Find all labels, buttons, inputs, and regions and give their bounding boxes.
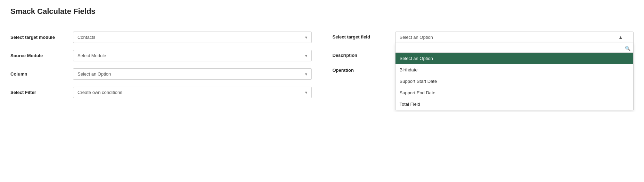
page-container: Smack Calculate Fields Select target mod…	[0, 0, 644, 112]
column-label: Column	[10, 71, 73, 77]
description-label: Description	[333, 50, 395, 58]
source-module-select[interactable]: Select Module	[73, 50, 312, 61]
target-field-dropdown-panel: 🔍 Select an Option Birthdate Support Sta…	[395, 43, 634, 110]
target-field-selected-value: Select an Option	[400, 35, 433, 40]
target-field-dropdown: Select an Option ▲ 🔍 Select an Option Bi…	[395, 32, 634, 43]
page-title: Smack Calculate Fields	[10, 7, 634, 21]
target-module-label: Select target module	[10, 35, 73, 40]
dropdown-search-input[interactable]	[396, 43, 634, 53]
column-row: Column Select an Option ▼	[10, 68, 312, 80]
column-select[interactable]: Select an Option	[73, 68, 312, 80]
target-field-label: Select target field	[333, 32, 395, 40]
operation-label: Operation	[333, 65, 395, 73]
target-field-arrow-up-icon: ▲	[618, 35, 623, 40]
left-section: Select target module Contacts ▼ Source M…	[10, 32, 312, 105]
form-grid: Select target module Contacts ▼ Source M…	[10, 32, 634, 105]
right-section: Select target field Select an Option ▲ 🔍	[333, 32, 634, 105]
target-module-row: Select target module Contacts ▼	[10, 32, 312, 43]
source-module-control: Select Module ▼	[73, 50, 312, 61]
target-field-dropdown-trigger[interactable]: Select an Option ▲	[395, 32, 634, 43]
target-field-row: Select target field Select an Option ▲ 🔍	[333, 32, 634, 43]
select-filter-control: Create own conditions ▼	[73, 87, 312, 98]
dropdown-option-birthdate[interactable]: Birthdate	[396, 64, 634, 76]
select-filter-row: Select Filter Create own conditions ▼	[10, 87, 312, 98]
select-filter-label: Select Filter	[10, 90, 73, 95]
dropdown-option-support-start-date[interactable]: Support Start Date	[396, 76, 634, 87]
target-field-control: Select an Option ▲ 🔍 Select an Option Bi…	[395, 32, 634, 43]
column-control: Select an Option ▼	[73, 68, 312, 80]
select-filter-select[interactable]: Create own conditions	[73, 87, 312, 98]
dropdown-option-total-field[interactable]: Total Field	[396, 98, 634, 110]
dropdown-option-support-end-date[interactable]: Support End Date	[396, 87, 634, 98]
source-module-label: Source Module	[10, 53, 73, 58]
dropdown-option-select-an-option[interactable]: Select an Option	[396, 53, 634, 64]
dropdown-search-wrapper: 🔍	[396, 43, 634, 53]
search-icon: 🔍	[625, 46, 630, 51]
target-module-select[interactable]: Contacts	[73, 32, 312, 43]
source-module-row: Source Module Select Module ▼	[10, 50, 312, 61]
target-module-control: Contacts ▼	[73, 32, 312, 43]
